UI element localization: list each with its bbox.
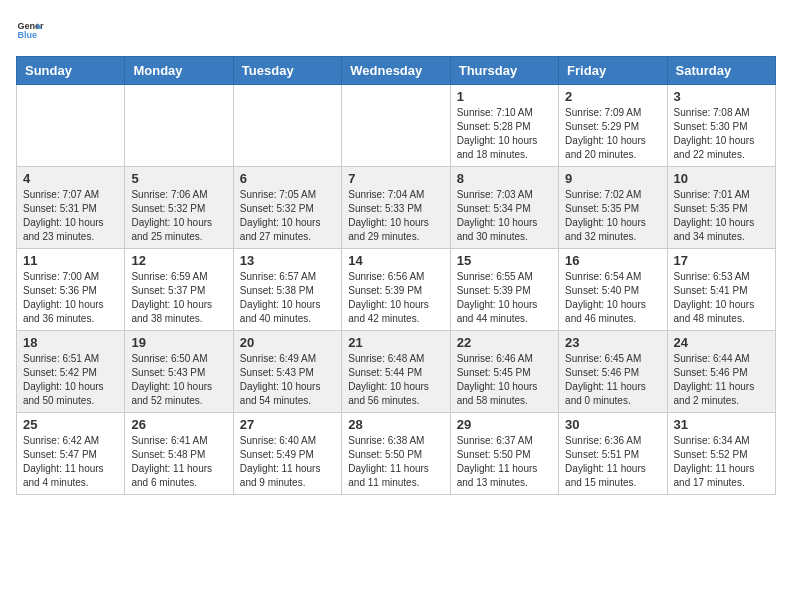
calendar-day-cell: 8Sunrise: 7:03 AM Sunset: 5:34 PM Daylig… (450, 167, 558, 249)
calendar-day-cell: 3Sunrise: 7:08 AM Sunset: 5:30 PM Daylig… (667, 85, 775, 167)
day-number: 5 (131, 171, 226, 186)
calendar-day-cell: 18Sunrise: 6:51 AM Sunset: 5:42 PM Dayli… (17, 331, 125, 413)
calendar-day-cell: 12Sunrise: 6:59 AM Sunset: 5:37 PM Dayli… (125, 249, 233, 331)
day-info: Sunrise: 6:36 AM Sunset: 5:51 PM Dayligh… (565, 434, 660, 490)
calendar-day-cell: 29Sunrise: 6:37 AM Sunset: 5:50 PM Dayli… (450, 413, 558, 495)
day-info: Sunrise: 7:04 AM Sunset: 5:33 PM Dayligh… (348, 188, 443, 244)
day-number: 3 (674, 89, 769, 104)
day-number: 13 (240, 253, 335, 268)
day-number: 22 (457, 335, 552, 350)
calendar-day-cell: 14Sunrise: 6:56 AM Sunset: 5:39 PM Dayli… (342, 249, 450, 331)
day-info: Sunrise: 6:42 AM Sunset: 5:47 PM Dayligh… (23, 434, 118, 490)
day-info: Sunrise: 6:46 AM Sunset: 5:45 PM Dayligh… (457, 352, 552, 408)
day-number: 21 (348, 335, 443, 350)
day-info: Sunrise: 6:54 AM Sunset: 5:40 PM Dayligh… (565, 270, 660, 326)
day-info: Sunrise: 7:09 AM Sunset: 5:29 PM Dayligh… (565, 106, 660, 162)
day-number: 11 (23, 253, 118, 268)
day-number: 25 (23, 417, 118, 432)
calendar-table: SundayMondayTuesdayWednesdayThursdayFrid… (16, 56, 776, 495)
day-number: 20 (240, 335, 335, 350)
calendar-day-cell: 24Sunrise: 6:44 AM Sunset: 5:46 PM Dayli… (667, 331, 775, 413)
day-number: 10 (674, 171, 769, 186)
day-number: 29 (457, 417, 552, 432)
calendar-day-cell: 4Sunrise: 7:07 AM Sunset: 5:31 PM Daylig… (17, 167, 125, 249)
day-number: 4 (23, 171, 118, 186)
calendar-day-cell: 26Sunrise: 6:41 AM Sunset: 5:48 PM Dayli… (125, 413, 233, 495)
day-number: 16 (565, 253, 660, 268)
logo-icon: General Blue (16, 16, 44, 44)
calendar-day-cell: 19Sunrise: 6:50 AM Sunset: 5:43 PM Dayli… (125, 331, 233, 413)
day-info: Sunrise: 7:03 AM Sunset: 5:34 PM Dayligh… (457, 188, 552, 244)
calendar-empty-cell (342, 85, 450, 167)
calendar-week-row: 18Sunrise: 6:51 AM Sunset: 5:42 PM Dayli… (17, 331, 776, 413)
day-info: Sunrise: 7:10 AM Sunset: 5:28 PM Dayligh… (457, 106, 552, 162)
calendar-empty-cell (233, 85, 341, 167)
day-info: Sunrise: 7:07 AM Sunset: 5:31 PM Dayligh… (23, 188, 118, 244)
page-header: General Blue (16, 16, 776, 44)
calendar-day-cell: 7Sunrise: 7:04 AM Sunset: 5:33 PM Daylig… (342, 167, 450, 249)
day-number: 7 (348, 171, 443, 186)
day-number: 23 (565, 335, 660, 350)
calendar-header-thursday: Thursday (450, 57, 558, 85)
day-info: Sunrise: 6:44 AM Sunset: 5:46 PM Dayligh… (674, 352, 769, 408)
calendar-day-cell: 25Sunrise: 6:42 AM Sunset: 5:47 PM Dayli… (17, 413, 125, 495)
day-info: Sunrise: 6:51 AM Sunset: 5:42 PM Dayligh… (23, 352, 118, 408)
day-number: 12 (131, 253, 226, 268)
calendar-day-cell: 1Sunrise: 7:10 AM Sunset: 5:28 PM Daylig… (450, 85, 558, 167)
day-info: Sunrise: 6:40 AM Sunset: 5:49 PM Dayligh… (240, 434, 335, 490)
day-info: Sunrise: 7:01 AM Sunset: 5:35 PM Dayligh… (674, 188, 769, 244)
day-info: Sunrise: 6:45 AM Sunset: 5:46 PM Dayligh… (565, 352, 660, 408)
day-number: 2 (565, 89, 660, 104)
calendar-week-row: 1Sunrise: 7:10 AM Sunset: 5:28 PM Daylig… (17, 85, 776, 167)
day-info: Sunrise: 7:06 AM Sunset: 5:32 PM Dayligh… (131, 188, 226, 244)
day-info: Sunrise: 6:50 AM Sunset: 5:43 PM Dayligh… (131, 352, 226, 408)
calendar-empty-cell (125, 85, 233, 167)
day-info: Sunrise: 6:59 AM Sunset: 5:37 PM Dayligh… (131, 270, 226, 326)
calendar-header-saturday: Saturday (667, 57, 775, 85)
calendar-day-cell: 13Sunrise: 6:57 AM Sunset: 5:38 PM Dayli… (233, 249, 341, 331)
calendar-day-cell: 15Sunrise: 6:55 AM Sunset: 5:39 PM Dayli… (450, 249, 558, 331)
calendar-day-cell: 23Sunrise: 6:45 AM Sunset: 5:46 PM Dayli… (559, 331, 667, 413)
calendar-day-cell: 20Sunrise: 6:49 AM Sunset: 5:43 PM Dayli… (233, 331, 341, 413)
calendar-day-cell: 10Sunrise: 7:01 AM Sunset: 5:35 PM Dayli… (667, 167, 775, 249)
calendar-day-cell: 5Sunrise: 7:06 AM Sunset: 5:32 PM Daylig… (125, 167, 233, 249)
day-number: 24 (674, 335, 769, 350)
svg-text:General: General (17, 21, 44, 31)
calendar-header-row: SundayMondayTuesdayWednesdayThursdayFrid… (17, 57, 776, 85)
day-number: 28 (348, 417, 443, 432)
day-info: Sunrise: 6:34 AM Sunset: 5:52 PM Dayligh… (674, 434, 769, 490)
day-number: 27 (240, 417, 335, 432)
day-number: 30 (565, 417, 660, 432)
calendar-week-row: 4Sunrise: 7:07 AM Sunset: 5:31 PM Daylig… (17, 167, 776, 249)
day-number: 15 (457, 253, 552, 268)
calendar-header-wednesday: Wednesday (342, 57, 450, 85)
calendar-empty-cell (17, 85, 125, 167)
calendar-day-cell: 22Sunrise: 6:46 AM Sunset: 5:45 PM Dayli… (450, 331, 558, 413)
day-number: 26 (131, 417, 226, 432)
day-number: 17 (674, 253, 769, 268)
day-info: Sunrise: 6:41 AM Sunset: 5:48 PM Dayligh… (131, 434, 226, 490)
calendar-day-cell: 30Sunrise: 6:36 AM Sunset: 5:51 PM Dayli… (559, 413, 667, 495)
calendar-header-tuesday: Tuesday (233, 57, 341, 85)
day-info: Sunrise: 6:57 AM Sunset: 5:38 PM Dayligh… (240, 270, 335, 326)
day-number: 19 (131, 335, 226, 350)
day-info: Sunrise: 6:48 AM Sunset: 5:44 PM Dayligh… (348, 352, 443, 408)
day-info: Sunrise: 6:49 AM Sunset: 5:43 PM Dayligh… (240, 352, 335, 408)
day-info: Sunrise: 7:02 AM Sunset: 5:35 PM Dayligh… (565, 188, 660, 244)
day-info: Sunrise: 6:38 AM Sunset: 5:50 PM Dayligh… (348, 434, 443, 490)
day-info: Sunrise: 7:00 AM Sunset: 5:36 PM Dayligh… (23, 270, 118, 326)
calendar-day-cell: 6Sunrise: 7:05 AM Sunset: 5:32 PM Daylig… (233, 167, 341, 249)
day-number: 18 (23, 335, 118, 350)
day-number: 6 (240, 171, 335, 186)
calendar-week-row: 25Sunrise: 6:42 AM Sunset: 5:47 PM Dayli… (17, 413, 776, 495)
calendar-header-sunday: Sunday (17, 57, 125, 85)
calendar-day-cell: 17Sunrise: 6:53 AM Sunset: 5:41 PM Dayli… (667, 249, 775, 331)
calendar-day-cell: 31Sunrise: 6:34 AM Sunset: 5:52 PM Dayli… (667, 413, 775, 495)
calendar-day-cell: 21Sunrise: 6:48 AM Sunset: 5:44 PM Dayli… (342, 331, 450, 413)
calendar-week-row: 11Sunrise: 7:00 AM Sunset: 5:36 PM Dayli… (17, 249, 776, 331)
day-number: 1 (457, 89, 552, 104)
day-info: Sunrise: 6:37 AM Sunset: 5:50 PM Dayligh… (457, 434, 552, 490)
day-number: 14 (348, 253, 443, 268)
logo: General Blue (16, 16, 48, 44)
svg-text:Blue: Blue (17, 30, 37, 40)
